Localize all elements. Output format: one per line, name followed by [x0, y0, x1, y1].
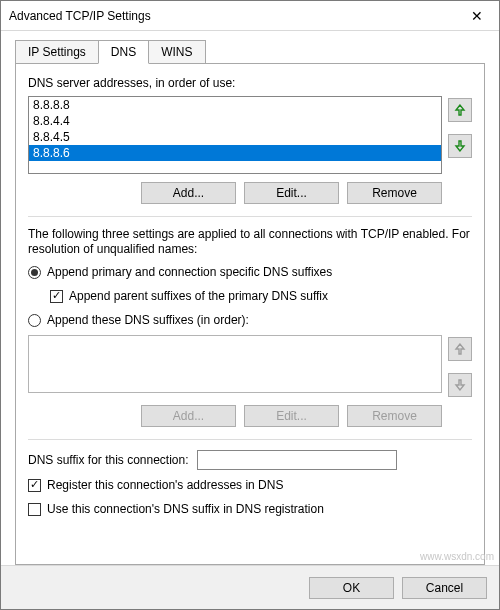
list-item[interactable]: 8.8.4.5: [29, 129, 441, 145]
separator: [28, 216, 472, 217]
dns-server-edit-button[interactable]: Edit...: [244, 182, 339, 204]
check-register-addresses[interactable]: Register this connection's addresses in …: [28, 478, 472, 492]
radio-append-primary[interactable]: Append primary and connection specific D…: [28, 265, 472, 279]
list-item[interactable]: 8.8.8.6: [29, 145, 441, 161]
dns-suffix-description: The following three settings are applied…: [28, 227, 472, 257]
title-bar: Advanced TCP/IP Settings ✕: [1, 1, 499, 31]
tab-ip-settings[interactable]: IP Settings: [15, 40, 99, 64]
radio-icon: [28, 266, 41, 279]
dns-servers-list[interactable]: 8.8.8.88.8.4.48.8.4.58.8.8.6: [28, 96, 442, 174]
ok-button[interactable]: OK: [309, 577, 394, 599]
separator: [28, 439, 472, 440]
checkbox-label: Register this connection's addresses in …: [47, 478, 283, 492]
arrow-down-icon: [454, 139, 466, 153]
window-title: Advanced TCP/IP Settings: [9, 9, 151, 23]
checkbox-icon: [50, 290, 63, 303]
dns-suffix-add-button: Add...: [141, 405, 236, 427]
arrow-up-icon: [454, 103, 466, 117]
tab-strip: IP Settings DNS WINS: [15, 39, 485, 63]
radio-icon: [28, 314, 41, 327]
radio-label: Append primary and connection specific D…: [47, 265, 332, 279]
dns-suffix-connection-input[interactable]: [197, 450, 397, 470]
tab-dns[interactable]: DNS: [98, 40, 149, 64]
dns-suffix-connection-label: DNS suffix for this connection:: [28, 453, 189, 467]
dns-server-remove-button[interactable]: Remove: [347, 182, 442, 204]
radio-append-these[interactable]: Append these DNS suffixes (in order):: [28, 313, 472, 327]
radio-label: Append these DNS suffixes (in order):: [47, 313, 249, 327]
dialog-footer: OK Cancel: [1, 565, 499, 609]
watermark: www.wsxdn.com: [420, 551, 494, 562]
dns-suffix-edit-button: Edit...: [244, 405, 339, 427]
dns-server-move-down-button[interactable]: [448, 134, 472, 158]
dns-suffix-remove-button: Remove: [347, 405, 442, 427]
cancel-button[interactable]: Cancel: [402, 577, 487, 599]
dns-server-move-up-button[interactable]: [448, 98, 472, 122]
dns-suffix-list[interactable]: [28, 335, 442, 393]
close-icon: ✕: [471, 8, 483, 24]
dns-pane: DNS server addresses, in order of use: 8…: [15, 63, 485, 565]
tab-wins[interactable]: WINS: [148, 40, 205, 64]
arrow-up-icon: [454, 342, 466, 356]
list-item[interactable]: 8.8.8.8: [29, 97, 441, 113]
check-use-suffix-registration[interactable]: Use this connection's DNS suffix in DNS …: [28, 502, 472, 516]
checkbox-icon: [28, 503, 41, 516]
checkbox-label: Append parent suffixes of the primary DN…: [69, 289, 328, 303]
checkbox-label: Use this connection's DNS suffix in DNS …: [47, 502, 324, 516]
dns-server-add-button[interactable]: Add...: [141, 182, 236, 204]
arrow-down-icon: [454, 378, 466, 392]
dns-servers-label: DNS server addresses, in order of use:: [28, 76, 472, 90]
dns-suffix-move-down-button: [448, 373, 472, 397]
checkbox-icon: [28, 479, 41, 492]
list-item[interactable]: 8.8.4.4: [29, 113, 441, 129]
dns-suffix-move-up-button: [448, 337, 472, 361]
check-append-parent[interactable]: Append parent suffixes of the primary DN…: [50, 289, 472, 303]
close-button[interactable]: ✕: [454, 1, 499, 30]
